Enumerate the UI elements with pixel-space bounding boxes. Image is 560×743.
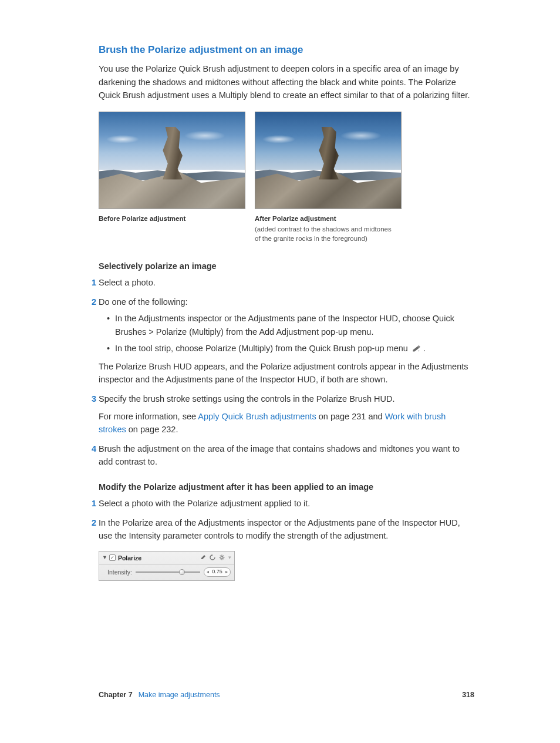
text-fragment: on page 232. [126, 425, 178, 434]
step-number: 2 [88, 516, 96, 529]
step-text: Brush the adjustment on the area of the … [99, 444, 460, 466]
brush-icon [410, 344, 421, 352]
sub-bullets: In the Adjustments inspector or the Adju… [99, 312, 474, 355]
polarize-panel: ▼ ✓ Polarize ▾ Intensity: [99, 551, 235, 581]
step-number: 2 [88, 295, 96, 308]
intro-paragraph: You use the Polarize Quick Brush adjustm… [99, 62, 474, 102]
thumbnail-after [255, 112, 402, 209]
chapter-title: Make image adjustments [139, 690, 220, 701]
step-item: 2 Do one of the following: In the Adjust… [99, 295, 474, 386]
panel-header-icons: ▾ [200, 553, 231, 563]
svg-line-5 [220, 556, 221, 556]
step-item: 3 Specify the brush stroke settings usin… [99, 392, 474, 436]
polarize-enable-checkbox[interactable]: ✓ [109, 554, 116, 561]
step-number: 1 [88, 276, 96, 289]
link-apply-quick-brush[interactable]: Apply Quick Brush adjustments [198, 412, 316, 421]
bullet-text-pre: In the tool strip, choose Polarize (Mult… [115, 344, 410, 353]
panel-header: ▼ ✓ Polarize ▾ [99, 552, 234, 565]
figure-before: Before Polarize adjustment [99, 112, 245, 243]
step-item: 2 In the Polarize area of the Adjustment… [99, 516, 474, 581]
step-text: Select a photo with the Polarize adjustm… [99, 499, 310, 508]
step-text: Select a photo. [99, 278, 156, 287]
task2-steps: 1 Select a photo with the Polarize adjus… [99, 497, 474, 581]
task2-title: Modify the Polarize adjustment after it … [99, 480, 474, 493]
stepper-decrement-icon[interactable]: ◂ [205, 570, 210, 574]
svg-point-0 [221, 556, 223, 559]
svg-line-8 [223, 556, 224, 556]
chapter-label: Chapter 7 [99, 690, 133, 701]
subcaption-after: (added contrast to the shadows and midto… [255, 224, 396, 243]
stepper-increment-icon[interactable]: ▸ [224, 570, 229, 574]
intensity-value: 0.75 [210, 568, 224, 576]
step-item: 1 Select a photo. [99, 276, 474, 289]
task1-steps: 1 Select a photo. 2 Do one of the follow… [99, 276, 474, 469]
caption-after: After Polarize adjustment [255, 214, 402, 224]
bullet-item: In the Adjustments inspector or the Adju… [107, 312, 474, 338]
figure-after: After Polarize adjustment (added contras… [255, 112, 402, 243]
step-text: In the Polarize area of the Adjustments … [99, 518, 460, 540]
step-number: 4 [88, 442, 96, 455]
gear-icon[interactable] [219, 553, 225, 563]
caption-before: Before Polarize adjustment [99, 214, 245, 224]
reset-icon[interactable] [210, 553, 215, 563]
section-heading: Brush the Polarize adjustment on an imag… [99, 42, 474, 58]
step-after-text: The Polarize Brush HUD appears, and the … [99, 360, 474, 386]
panel-body: Intensity: ◂ 0.75 ▸ [99, 565, 234, 580]
brush-small-icon[interactable] [200, 553, 206, 563]
intensity-label: Intensity: [107, 567, 132, 577]
step-number: 1 [88, 497, 96, 510]
bullet-text-post: . [423, 344, 426, 353]
step-item: 4 Brush the adjustment on the area of th… [99, 442, 474, 469]
step-text: Do one of the following: [99, 297, 188, 307]
text-fragment: For more information, see [99, 412, 198, 421]
page-number: 318 [462, 690, 474, 701]
text-fragment: on page 231 and [316, 412, 385, 421]
panel-title: Polarize [118, 553, 141, 563]
svg-line-6 [223, 559, 224, 559]
intensity-stepper[interactable]: ◂ 0.75 ▸ [204, 567, 231, 577]
slider-knob[interactable] [179, 569, 185, 575]
step-more-info: For more information, see Apply Quick Br… [99, 410, 474, 436]
step-number: 3 [88, 392, 96, 405]
step-text: Specify the brush stroke settings using … [99, 394, 395, 404]
bullet-text: In the Adjustments inspector or the Adju… [115, 314, 454, 336]
menu-arrow-icon[interactable]: ▾ [228, 554, 231, 562]
intensity-slider[interactable] [136, 569, 200, 576]
thumbnail-before [99, 112, 245, 209]
disclosure-triangle-icon[interactable]: ▼ [102, 554, 107, 562]
task1-title: Selectively polarize an image [99, 260, 474, 273]
page-content: Brush the Polarize adjustment on an imag… [99, 42, 474, 593]
svg-line-7 [220, 559, 221, 559]
step-item: 1 Select a photo with the Polarize adjus… [99, 497, 474, 510]
bullet-item: In the tool strip, choose Polarize (Mult… [107, 342, 474, 355]
page-footer: Chapter 7 Make image adjustments 318 [99, 690, 474, 701]
figure-row: Before Polarize adjustment After Polariz… [99, 112, 474, 243]
